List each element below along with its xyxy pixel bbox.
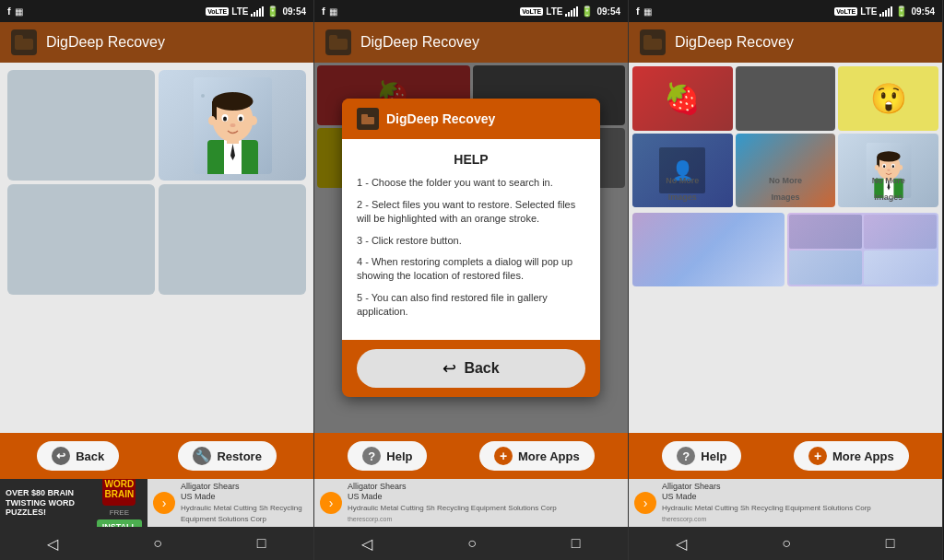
sub-cell-3 (789, 251, 862, 285)
nav-recent-3[interactable]: □ (875, 531, 906, 555)
bottom-bar-2: ? Help + More Apps (314, 433, 628, 479)
status-bar-2: f ▦ VoLTE LTE 🔋 09:54 (314, 0, 628, 22)
folder-body (361, 117, 374, 124)
lte-label-3: LTE (860, 6, 877, 17)
app-title-3: DigDeep Recovey (675, 34, 794, 51)
no-more-overlay-3: No MoreImages (838, 170, 938, 204)
time-2: 09:54 (596, 6, 620, 17)
ad-right-2[interactable]: › Alligator ShearsUS MadeHydraulic Metal… (314, 479, 628, 527)
more-apps-button-2[interactable]: + More Apps (479, 441, 595, 471)
nav-back-2[interactable]: ◁ (350, 531, 384, 556)
no-more-overlay-1: No MoreImages (632, 170, 733, 204)
dialog-back-label: Back (464, 360, 499, 377)
nav-home-3[interactable]: ○ (771, 531, 802, 555)
svg-point-13 (239, 116, 242, 121)
fb-icon: f (7, 6, 11, 17)
wifi-icon-2: ▦ (329, 6, 337, 17)
phone-panel-1: f ▦ VoLTE LTE 🔋 09:54 DigDeep Recovey (0, 0, 314, 560)
signal-bar (573, 8, 575, 17)
dialog-body: HELP 1 - Choose the folder you want to s… (342, 139, 600, 339)
help-icon-2: ? (362, 447, 381, 465)
ad-text-1: OVER $80 BRAIN TWISTING WORD PUZZLES! (6, 488, 91, 518)
bottom-cell-1[interactable] (632, 213, 785, 286)
status-bar-right-2: VoLTE LTE 🔋 09:54 (520, 6, 620, 18)
nav-back-1[interactable]: ◁ (36, 531, 69, 556)
phone-panel-2: f ▦ VoLTE LTE 🔋 09:54 DigDeep Recovey (314, 0, 629, 560)
status-bar-right-3: VoLTE LTE 🔋 09:54 (834, 6, 935, 18)
svg-point-27 (883, 165, 885, 168)
nav-recent-2[interactable]: □ (560, 531, 592, 555)
dialog-back-button[interactable]: ↩ Back (357, 349, 585, 388)
help-button-2[interactable]: ? Help (348, 441, 427, 471)
help-button-3[interactable]: ? Help (662, 441, 741, 471)
signal-bar (571, 10, 572, 17)
ad-right-text-1: Alligator ShearsUS MadeHydraulic Metal C… (181, 482, 308, 525)
image-cell-avatar[interactable] (159, 70, 306, 181)
more-apps-button-3[interactable]: + More Apps (794, 441, 909, 471)
mid-cell-3[interactable]: No MoreImages (838, 134, 938, 207)
status-bar-right-1: VoLTE LTE 🔋 09:54 (206, 6, 306, 18)
bottom-bar-3: ? Help + More Apps (629, 433, 942, 479)
svg-point-23 (877, 151, 900, 161)
svg-point-30 (875, 165, 879, 170)
image-cell-4[interactable] (159, 184, 306, 295)
help-title: HELP (357, 152, 585, 167)
dialog-app-icon (357, 108, 379, 130)
no-more-label-2: No MoreImages (769, 176, 802, 202)
no-more-overlay-2: No MoreImages (736, 170, 836, 204)
volte-badge-2: VoLTE (520, 7, 543, 16)
back-icon-1: ↩ (52, 447, 70, 465)
app-icon-3 (640, 29, 666, 55)
help-item-3: 3 - Click restore button. (357, 234, 585, 248)
install-button[interactable]: INSTALL (97, 519, 142, 528)
title-bar-3: DigDeep Recovey (629, 22, 942, 63)
top-cell-3[interactable]: 😲 (838, 66, 938, 131)
status-bar-1: f ▦ VoLTE LTE 🔋 09:54 (0, 0, 313, 22)
grinning-emoji: 😲 (870, 81, 907, 116)
back-button-1[interactable]: ↩ Back (37, 441, 119, 471)
image-cell-3[interactable] (7, 184, 155, 295)
person-svg (194, 77, 272, 174)
signal-bar (885, 10, 887, 17)
bottom-cell-2[interactable] (787, 213, 939, 286)
ad-right-3[interactable]: › Alligator ShearsUS MadeHydraulic Metal… (629, 479, 942, 527)
more-apps-label-2: More Apps (518, 449, 580, 463)
signal-bar (576, 6, 578, 17)
ad-bar-1: OVER $80 BRAIN TWISTING WORD PUZZLES! WO… (0, 479, 313, 527)
strawberry-emoji: 🍓 (664, 81, 701, 116)
nav-home-1[interactable]: ○ (142, 531, 173, 555)
ad-title-text: OVER $80 BRAIN TWISTING WORD PUZZLES! (6, 488, 91, 518)
nav-home-2[interactable]: ○ (456, 531, 488, 555)
signal-bar (882, 12, 884, 17)
main-content-1 (0, 63, 313, 433)
app-icon-1 (11, 29, 37, 55)
top-cell-1[interactable]: 🍓 (632, 66, 733, 131)
help-icon-3: ? (677, 447, 695, 465)
folder-icon-1 (15, 35, 33, 50)
nav-back-3[interactable]: ◁ (665, 531, 698, 556)
restore-icon-1: 🔧 (193, 447, 211, 465)
restore-button-1[interactable]: 🔧 Restore (178, 441, 276, 471)
dialog-title: DigDeep Recovey (386, 111, 495, 126)
svg-point-28 (891, 165, 893, 168)
main-content-3: 🍓 😲 👤 No MoreImages No Mo (629, 63, 942, 433)
help-item-1: 1 - Choose the folder you want to search… (357, 176, 585, 190)
app-title-1: DigDeep Recovey (46, 34, 165, 51)
folder-icon-3 (643, 35, 662, 50)
mid-cell-2[interactable]: No MoreImages (736, 134, 836, 207)
signal-bar (256, 10, 258, 17)
svg-point-14 (230, 123, 235, 127)
nav-recent-1[interactable]: □ (246, 531, 277, 555)
back-arrow-icon: ↩ (442, 358, 456, 379)
fb-icon-3: f (636, 6, 640, 17)
image-cell-1[interactable] (7, 70, 155, 181)
lte-label-2: LTE (546, 6, 562, 17)
signal-bars-3 (879, 6, 892, 17)
sub-cell-4 (864, 251, 937, 285)
ad-right-1[interactable]: › Alligator ShearsUS MadeHydraulic Metal… (148, 479, 313, 527)
top-cell-2[interactable] (736, 66, 836, 131)
ad-left-1[interactable]: OVER $80 BRAIN TWISTING WORD PUZZLES! WO… (0, 479, 148, 527)
mid-cell-1[interactable]: 👤 No MoreImages (632, 134, 733, 207)
app-title-2: DigDeep Recovey (360, 34, 479, 51)
wordbrain-logo-text: WORDBRAIN (104, 479, 134, 499)
